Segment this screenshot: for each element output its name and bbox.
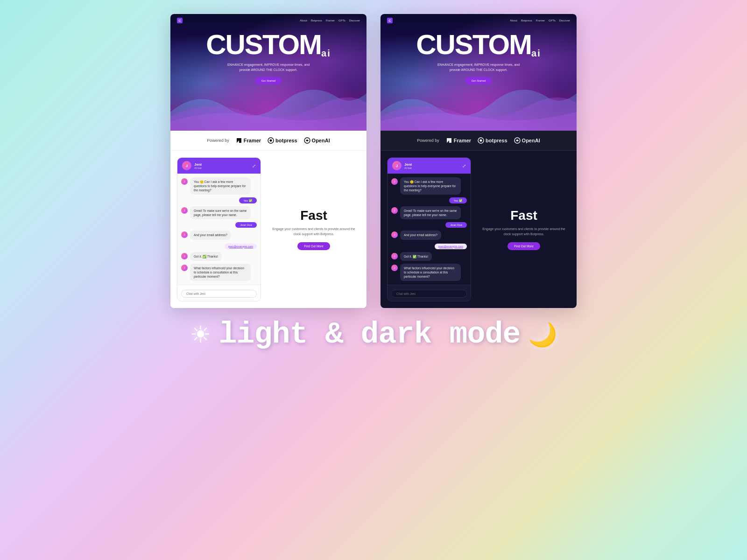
hero-title-dark: CUSTOMai — [381, 31, 577, 59]
msg-row-d8: J What factors influenced your decision … — [391, 264, 467, 281]
fast-section-light: Fast Engage your customers and clients t… — [268, 157, 360, 301]
msg-bubble-d1: You 🙂 Can I ask a few more questions to … — [400, 177, 461, 195]
msg-link-dark: jean@example.com — [435, 244, 467, 249]
chat-text-input-light[interactable] — [181, 290, 257, 298]
hero-section-light: C About Botpress Framer GPTs Discover CU… — [170, 14, 366, 131]
framer-icon-dark — [446, 137, 452, 144]
msg-row-5: J And your email address? — [181, 231, 257, 239]
powered-by-label-dark: Powered by — [417, 138, 439, 143]
fast-title-light: Fast — [300, 208, 327, 223]
msg-user-name-dark: Jean Doe — [445, 222, 467, 228]
get-started-button-dark[interactable]: Get Started — [465, 77, 493, 84]
msg-row-d3: J Great! To make sure we're on the same … — [391, 206, 467, 219]
openai-icon-dark — [514, 137, 521, 144]
chat-window-light: J Jeni AI bot ⤢ J You 🙂 Can I ask a few … — [177, 157, 261, 301]
hero-title-main: CUSTOM — [206, 29, 321, 60]
bot-avatar-d8: J — [391, 265, 398, 271]
hero-title-light: CUSTOMai — [170, 31, 366, 59]
msg-user-yes: Yes ✅ — [239, 197, 257, 203]
msg-row-d7: J Got it. ✅ Thanks! — [391, 252, 467, 261]
bot-avatar-8: J — [181, 265, 188, 271]
chat-messages-dark: J You 🙂 Can I ask a few more questions t… — [388, 174, 471, 285]
hero-title-ai: ai — [321, 48, 331, 58]
fast-desc-light: Engage your customers and clients to pro… — [272, 227, 355, 237]
chat-window-dark: J Jeni AI bot ⤢ J You 🙂 Can I ask a few … — [387, 157, 471, 301]
chat-header-info-dark: Jeni AI bot — [404, 162, 462, 169]
hero-nav-light: C About Botpress Framer GPTs Discover — [170, 14, 366, 27]
chat-section-dark: J Jeni AI bot ⤢ J You 🙂 Can I ask a few … — [381, 151, 577, 308]
msg-row-7: J Got it. ✅ Thanks! — [181, 252, 257, 261]
moon-icon: 🌙 — [528, 321, 557, 348]
chat-expand-icon-dark[interactable]: ⤢ — [462, 163, 466, 168]
find-out-more-btn-light[interactable]: Find Out More — [297, 242, 330, 250]
chat-input-dark — [388, 285, 471, 301]
msg-row-d1: J You 🙂 Can I ask a few more questions t… — [391, 177, 467, 195]
msg-bubble-8: What factors influenced your decision to… — [190, 264, 251, 281]
msg-user-yes-dark: Yes ✅ — [449, 197, 467, 203]
hero-subtitle-light: ENHANCE engagement, IMPROVE response tim… — [170, 63, 366, 72]
framer-logo-dark: Framer — [446, 137, 471, 144]
bot-avatar-7: J — [181, 253, 188, 259]
chat-text-input-dark[interactable] — [391, 290, 467, 298]
bot-avatar-d3: J — [391, 207, 398, 214]
bot-avatar-3: J — [181, 207, 188, 214]
bottom-label: ☀ light & dark mode 🌙 — [190, 317, 557, 352]
hero-nav-dark: C About Botpress Framer GPTs Discover — [381, 14, 577, 27]
framer-logo-light: Framer — [236, 137, 261, 144]
hero-subtitle-dark: ENHANCE engagement, IMPROVE response tim… — [381, 63, 577, 72]
light-mockup: C About Botpress Framer GPTs Discover CU… — [170, 14, 366, 308]
botpress-logo-dark: botpress — [478, 137, 507, 144]
svg-point-1 — [270, 140, 272, 142]
msg-row-1: J You 🙂 Can I ask a few more questions t… — [181, 177, 257, 195]
mockups-row: C About Botpress Framer GPTs Discover CU… — [170, 14, 577, 308]
nav-links-dark: About Botpress Framer GPTs Discover — [510, 19, 570, 22]
chat-header-dark: J Jeni AI bot ⤢ — [388, 158, 471, 174]
framer-icon — [236, 137, 242, 144]
chat-messages-light: J You 🙂 Can I ask a few more questions t… — [177, 174, 261, 285]
botpress-icon — [268, 137, 274, 144]
chat-header-info-light: Jeni AI bot — [194, 162, 252, 169]
msg-user-name: Jean Doe — [235, 222, 257, 228]
get-started-button-light[interactable]: Get Started — [255, 77, 282, 84]
msg-row-8: J What factors influenced your decision … — [181, 264, 257, 281]
chat-expand-icon[interactable]: ⤢ — [252, 163, 256, 168]
sun-icon: ☀ — [190, 321, 211, 348]
openai-icon — [304, 137, 310, 144]
chat-header-light: J Jeni AI bot ⤢ — [177, 158, 261, 174]
find-out-more-btn-dark[interactable]: Find Out More — [507, 242, 540, 250]
hero-title-ai-dark: ai — [531, 48, 541, 58]
chat-agent-sub-dark: AI bot — [404, 167, 462, 169]
msg-row-3: J Great! To make sure we're on the same … — [181, 206, 257, 219]
msg-bubble-d7: Got it. ✅ Thanks! — [400, 252, 432, 261]
msg-bubble-d3: Great! To make sure we're on the same pa… — [400, 206, 461, 219]
msg-bubble-d5: And your email address? — [400, 231, 441, 239]
nav-logo-dark: C — [387, 18, 393, 23]
msg-bubble-5: And your email address? — [190, 231, 231, 239]
chat-section-light: J Jeni AI bot ⤢ J You 🙂 Can I ask a few … — [170, 151, 366, 308]
mode-text: light & dark mode — [218, 317, 520, 352]
botpress-logo-light: botpress — [268, 137, 297, 144]
chat-avatar-dark: J — [392, 161, 402, 170]
bot-avatar-d5: J — [391, 231, 398, 238]
chat-input-light — [177, 285, 261, 301]
msg-bubble-3: Great! To make sure we're on the same pa… — [190, 206, 251, 219]
fast-section-dark: Fast Engage your customers and clients t… — [478, 157, 570, 301]
nav-links-light: About Botpress Framer GPTs Discover — [300, 19, 360, 22]
main-container: C About Botpress Framer GPTs Discover CU… — [0, 0, 747, 560]
chat-agent-name-dark: Jeni — [404, 162, 462, 167]
bot-avatar-5: J — [181, 231, 188, 238]
msg-row-d5: J And your email address? — [391, 231, 467, 239]
powered-by-dark: Powered by Framer botpress — [381, 131, 577, 151]
msg-bubble-1: You 🙂 Can I ask a few more questions to … — [190, 177, 251, 195]
hero-section-dark: C About Botpress Framer GPTs Discover CU… — [381, 14, 577, 131]
chat-agent-name-light: Jeni — [194, 162, 252, 167]
fast-title-dark: Fast — [510, 208, 537, 223]
nav-logo-light: C — [177, 18, 183, 23]
chat-avatar-light: J — [182, 161, 191, 170]
bot-avatar-1: J — [181, 178, 188, 185]
msg-bubble-7: Got it. ✅ Thanks! — [190, 252, 222, 261]
msg-bubble-d8: What factors influenced your decision to… — [400, 264, 461, 281]
bot-avatar-d1: J — [391, 178, 398, 185]
bot-avatar-d7: J — [391, 253, 398, 259]
chat-agent-sub-light: AI bot — [194, 167, 252, 169]
